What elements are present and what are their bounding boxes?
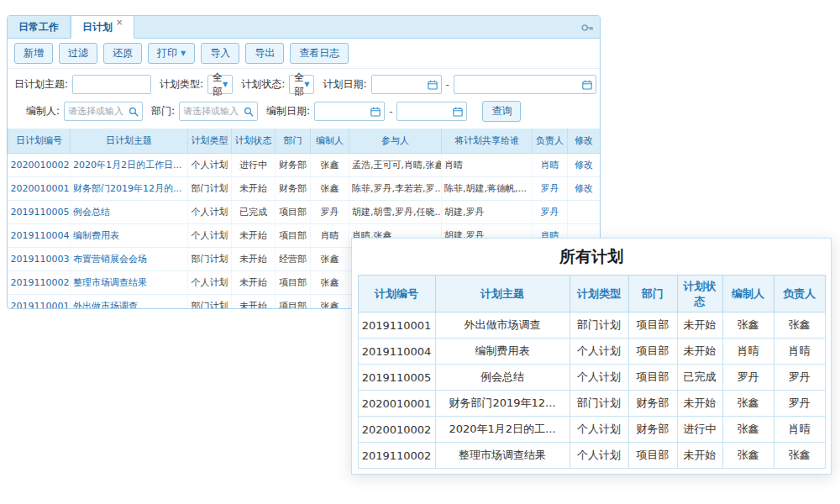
plan-subject-link[interactable]: 外出做市场调查 — [71, 295, 188, 310]
print-button[interactable]: 打印 ▼ — [148, 43, 195, 64]
plan-type-cell: 部门计划 — [188, 295, 232, 310]
compile-date-from-field — [314, 102, 385, 121]
plan-owner-cell: 罗丹 — [774, 365, 825, 391]
plan-dept-cell: 项目部 — [276, 201, 311, 224]
column-header: 日计划主题 — [71, 129, 188, 154]
table-row: 2019110004 编制费用表 个人计划 项目部 未开始 肖晴 肖晴 — [358, 339, 825, 365]
plan-subject-link[interactable]: 财务部门2019年12月的... — [71, 177, 188, 201]
plan-status-cell: 进行中 — [232, 154, 276, 177]
calendar-icon[interactable] — [453, 107, 463, 117]
plan-dept-cell: 财务部 — [628, 391, 677, 417]
plan-id-link[interactable]: 2019110003 — [8, 248, 71, 271]
plan-status-cell: 未开始 — [677, 339, 722, 365]
filter-row-1: 日计划主题: 计划类型: 全部 ▼ 计划状态: 全部 ▼ 计划日期: - — [14, 75, 593, 94]
column-header: 负责人 — [533, 129, 568, 154]
plan-status-cell: 未开始 — [677, 443, 722, 469]
plan-creator-cell: 张鑫 — [311, 271, 349, 295]
tab-label: 日计划 — [82, 20, 113, 34]
compile-date-to-input[interactable] — [401, 102, 450, 120]
plan-status-cell: 已完成 — [232, 201, 276, 224]
plan-dept-cell: 项目部 — [276, 295, 311, 310]
table-row[interactable]: 2020010001 财务部门2019年12月的... 部门计划 未开始 财务部… — [8, 177, 601, 201]
plan-subject-link[interactable]: 布置营销展会会场 — [71, 248, 188, 271]
filter-area: 日计划主题: 计划类型: 全部 ▼ 计划状态: 全部 ▼ 计划日期: - — [8, 69, 600, 129]
plan-owner-cell: 罗丹 — [774, 391, 825, 417]
plan-creator-cell: 张鑫 — [722, 391, 774, 417]
calendar-icon[interactable] — [428, 80, 438, 90]
tab-daily-plan[interactable]: 日计划 × — [71, 16, 134, 38]
key-icon[interactable] — [580, 21, 594, 34]
plan-id-cell: 2019110004 — [358, 339, 435, 365]
search-icon[interactable] — [129, 107, 139, 117]
column-header: 部门 — [276, 129, 311, 154]
dept-filter-input[interactable] — [183, 102, 241, 120]
plan-subject-link[interactable]: 编制费用表 — [71, 224, 188, 248]
modify-link[interactable]: 修改 — [568, 154, 601, 177]
plan-id-cell: 2020010002 — [358, 417, 435, 443]
status-filter-value: 全部 — [294, 71, 304, 99]
column-header: 计划状态 — [677, 276, 722, 312]
add-button[interactable]: 新增 — [14, 43, 53, 64]
tab-close-icon[interactable]: × — [116, 18, 123, 27]
view-log-button[interactable]: 查看日志 — [290, 43, 349, 64]
plan-status-cell: 已完成 — [677, 365, 722, 391]
plan-dept-cell: 财务部 — [628, 417, 677, 443]
plan-id-link[interactable]: 2019110004 — [8, 224, 71, 248]
plan-subject-link[interactable]: 整理市场调查结果 — [71, 271, 188, 295]
calendar-icon[interactable] — [582, 80, 592, 90]
type-filter-select[interactable]: 全部 ▼ — [207, 75, 233, 94]
column-header: 计划类型 — [570, 276, 628, 312]
creator-filter-field — [64, 102, 143, 121]
plan-owner-link[interactable]: 肖晴 — [533, 154, 568, 177]
plan-creator-cell: 张鑫 — [311, 154, 349, 177]
search-icon[interactable] — [244, 107, 254, 117]
status-filter-select[interactable]: 全部 ▼ — [289, 75, 314, 94]
table-row[interactable]: 2020010002 2020年1月2日的工作日... 个人计划 进行中 财务部… — [8, 154, 601, 177]
type-filter-value: 全部 — [213, 71, 223, 99]
plan-status-cell: 未开始 — [232, 271, 276, 295]
plan-share-cell: 胡建,罗丹 — [442, 201, 533, 224]
plan-id-link[interactable]: 2019110001 — [8, 295, 71, 310]
plan-id-link[interactable]: 2019110002 — [8, 271, 71, 295]
column-header: 日计划编号 — [8, 129, 71, 154]
filter-button[interactable]: 过滤 — [59, 43, 97, 64]
plan-subject-link[interactable]: 2020年1月2日的工作日... — [71, 154, 188, 177]
modify-link[interactable] — [568, 201, 601, 224]
daily-plan-table-header: 日计划编号 日计划主题 计划类型 计划状态 部门 编制人 参与人 将计划共享给谁… — [8, 129, 601, 154]
plan-share-cell: 肖晴 — [442, 154, 533, 177]
plan-status-cell: 进行中 — [677, 417, 722, 443]
plan-id-link[interactable]: 2019110005 — [8, 201, 71, 224]
dept-filter-field — [179, 102, 258, 121]
search-button[interactable]: 查询 — [482, 101, 521, 122]
range-separator: - — [389, 106, 392, 118]
restore-button[interactable]: 还原 — [103, 43, 142, 64]
range-separator: - — [446, 79, 449, 91]
calendar-icon[interactable] — [370, 107, 381, 117]
table-row[interactable]: 2019110005 例会总结 个人计划 已完成 项目部 罗丹 胡建,胡雪,罗丹… — [8, 201, 601, 224]
modify-link[interactable]: 修改 — [568, 177, 601, 201]
plan-id-cell: 2019110005 — [358, 365, 435, 391]
plan-id-link[interactable]: 2020010002 — [8, 154, 71, 177]
plan-subject-link[interactable]: 例会总结 — [71, 201, 188, 224]
plan-subject-cell: 2020年1月2日的工... — [435, 417, 570, 443]
tab-bar: 日常工作 日计划 × — [8, 16, 600, 39]
import-button[interactable]: 导入 — [201, 43, 239, 64]
column-header: 计划状态 — [232, 129, 276, 154]
plan-date-from-input[interactable] — [375, 76, 425, 93]
header-row: 计划编号 计划主题 计划类型 部门 计划状态 编制人 负责人 — [358, 276, 825, 312]
creator-filter-input[interactable] — [68, 102, 126, 120]
plan-participants-cell: 胡建,胡雪,罗丹,任晓... — [349, 201, 442, 224]
plan-dept-cell: 项目部 — [276, 271, 311, 295]
plan-owner-link[interactable]: 罗丹 — [533, 177, 568, 201]
plan-creator-cell: 张鑫 — [722, 443, 774, 469]
column-header: 部门 — [628, 276, 677, 312]
export-button[interactable]: 导出 — [245, 43, 284, 64]
plan-id-link[interactable]: 2020010001 — [8, 177, 71, 201]
plan-date-to-input[interactable] — [458, 76, 580, 93]
plan-owner-link[interactable]: 罗丹 — [533, 201, 568, 224]
tab-daily-work[interactable]: 日常工作 — [8, 16, 71, 38]
plan-dept-cell: 项目部 — [628, 365, 677, 391]
subject-filter-input[interactable] — [76, 76, 147, 93]
compile-date-from-input[interactable] — [318, 102, 368, 120]
plan-type-cell: 个人计划 — [570, 339, 628, 365]
